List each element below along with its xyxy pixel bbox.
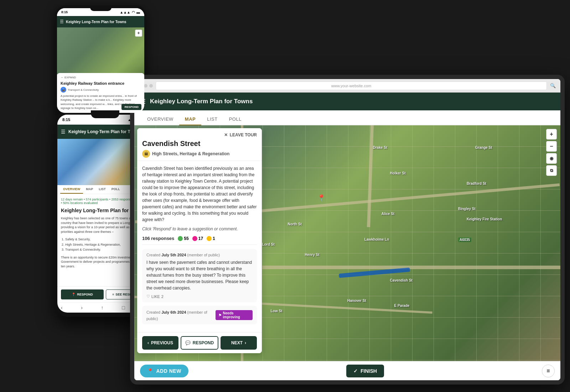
next-button[interactable]: NEXT › — [221, 336, 257, 350]
map-label-e-parade: E Parade — [394, 304, 410, 308]
phone-large-tab-map[interactable]: MAP — [83, 185, 96, 194]
road-horizontal-2 — [262, 266, 560, 269]
map-location-pin[interactable]: 📍 — [317, 194, 325, 202]
comment-2-date: July 6th 2024 — [161, 310, 186, 314]
badge-icon: ⚑ — [218, 313, 222, 317]
browser-dot-2 — [144, 84, 147, 88]
previous-button[interactable]: ‹ PREVIOUS — [142, 336, 178, 350]
url-text: www.your-website.com — [331, 84, 371, 88]
next-label: NEXT — [231, 340, 243, 345]
comment-1-meta-prefix: Created — [146, 253, 160, 257]
phone-small-title: Keighley Long-Term Plan for Towns — [66, 20, 126, 24]
phone-small-map[interactable]: + OVERVIEW MAP LIST POLL ↔ EXPAND Keighl… — [57, 27, 144, 113]
map-layers-button[interactable]: ⧉ — [546, 165, 557, 176]
map-label-drake-st: Drake St — [373, 146, 388, 150]
phone-small-time: 8:15 — [61, 10, 68, 14]
badge-text: Needs improving — [223, 311, 250, 319]
reaction-yellow-dot — [207, 236, 212, 241]
map-label-lord-st: Lord St — [262, 242, 275, 246]
comment-2-meta: Created July 6th 2024 (member of public) — [146, 309, 216, 322]
bottom-menu-button[interactable]: ≡ — [542, 365, 555, 377]
category-icon-small: 🚂 — [61, 87, 66, 93]
map-label-henry-st: Henry St — [305, 253, 319, 257]
add-new-button[interactable]: 📍 ADD NEW — [140, 365, 188, 377]
tab-overview[interactable]: OVERVIEW — [141, 114, 179, 125]
reaction-yellow-count: 1 — [213, 236, 215, 241]
map-label-bingley-st: Bingley St — [458, 207, 476, 211]
prev-arrow-icon: ‹ — [147, 340, 149, 345]
map-label-grange-st: Grange St — [475, 146, 492, 150]
road-vertical-2 — [367, 125, 374, 227]
comment-2-prefix: Created — [146, 310, 160, 314]
add-new-label: ADD NEW — [156, 368, 181, 374]
respond-button[interactable]: 💬 RESPOND — [181, 336, 218, 350]
phone-small-header: ☰ Keighley Long-Term Plan for Towns — [57, 16, 144, 27]
popup-header: ✕ LEAVE TOUR Cavendish Street 🏛 High Str… — [137, 128, 262, 161]
map-zoom-out-button[interactable]: − — [546, 141, 557, 152]
comment-1-meta: Created July 5th 2024 (member of public) — [146, 253, 253, 257]
comment-1-text: I have seen the pavement cafes and canno… — [146, 259, 253, 291]
phone-large-list-icon: ≡ — [112, 293, 114, 296]
tab-map[interactable]: MAP — [179, 114, 201, 125]
tab-poll[interactable]: POLL — [223, 114, 247, 125]
phone-large-tab-poll[interactable]: POLL — [109, 185, 123, 194]
popup-reaction-green: 55 — [178, 236, 188, 241]
needs-improving-badge: ⚑ Needs improving — [216, 310, 253, 320]
map-label-holker-st: Holker St — [390, 171, 406, 175]
phone-small-hamburger-icon[interactable]: ☰ — [60, 19, 64, 24]
comment-1-meta-suffix: (member of public) — [187, 253, 220, 257]
phone-small-detail-category: 🚂 Transport & Connectivity — [61, 87, 141, 93]
browser-url-bar[interactable]: www.your-website.com — [156, 82, 547, 90]
browser-search-icon[interactable]: 🔍 — [550, 83, 556, 89]
map-label-bradford-st: Bradford St — [467, 182, 486, 185]
map-label-cavendish-st: Cavendish St — [390, 278, 413, 282]
previous-label: PREVIOUS — [151, 340, 173, 345]
menu-lines-icon: ≡ — [546, 368, 550, 374]
tablet-device: www.your-website.com 🔍 ☰ Keighley Long-T… — [130, 75, 565, 385]
map-zoom-in-button[interactable]: + — [546, 129, 557, 140]
phone-small-expand[interactable]: ↔ EXPAND — [61, 76, 141, 79]
popup-category-icon: 🏛 — [142, 150, 150, 158]
popup-panel: ✕ LEAVE TOUR Cavendish Street 🏛 High Str… — [137, 128, 262, 353]
phone-small-screen: 8:15 ▲▲▲ ◠ ▬ ☰ Keighley Long-Term Plan f… — [57, 8, 144, 113]
bookmark-icon[interactable]: □ — [122, 305, 125, 310]
nav-tabs-bar: OVERVIEW MAP LIST POLL — [134, 110, 560, 125]
comment-1-like[interactable]: ♡ LIKE 2 — [146, 294, 253, 299]
phone-large-time: 8:15 — [62, 117, 70, 122]
comment-card-1: Created July 5th 2024 (member of public)… — [142, 249, 257, 302]
phone-large-respond-button[interactable]: 📍 RESPOND — [61, 289, 104, 299]
finish-button[interactable]: ✓ FINISH — [346, 365, 384, 377]
phone-large-hamburger-icon[interactable]: ☰ — [61, 129, 66, 135]
bottom-action-bar: 📍 ADD NEW ✓ FINISH ≡ — [134, 361, 560, 380]
respond-label: RESPOND — [193, 340, 214, 345]
tablet-screen: www.your-website.com 🔍 ☰ Keighley Long-T… — [134, 79, 560, 380]
forward-icon[interactable]: › — [81, 305, 83, 310]
map-label-low-st: Low St — [271, 309, 283, 313]
popup-reaction-yellow: 1 — [207, 236, 215, 241]
back-icon[interactable]: ‹ — [61, 305, 63, 310]
browser-bar: www.your-website.com 🔍 — [134, 79, 560, 93]
tab-list[interactable]: LIST — [201, 114, 223, 125]
phone-large-notch — [91, 110, 119, 118]
phone-small-zoom-in[interactable]: + — [135, 30, 142, 37]
share-icon[interactable]: ↑ — [101, 305, 103, 310]
phone-large-pin-icon: 📍 — [72, 293, 76, 296]
popup-reaction-pink: 17 — [192, 236, 203, 241]
map-location-button[interactable]: ◉ — [546, 153, 557, 164]
leave-tour-button[interactable]: ✕ LEAVE TOUR — [224, 132, 257, 137]
wifi-icon: ◠ — [132, 10, 135, 14]
phone-large-tab-list[interactable]: LIST — [96, 185, 109, 194]
battery-icon: ▬ — [136, 10, 140, 14]
cavendish-st-highlight — [339, 267, 410, 278]
comment-1-date: July 5th 2024 — [161, 253, 186, 257]
comment-1-like-count: 2 — [161, 294, 164, 299]
main-content-area: Drake St Grange St Holker St Bradford St… — [134, 125, 560, 380]
popup-close-row: ✕ LEAVE TOUR — [142, 132, 257, 137]
phone-large-tab-overview[interactable]: OVERVIEW — [60, 185, 83, 194]
comment-card-2: Created July 6th 2024 (member of public)… — [142, 306, 257, 324]
popup-body: Cavendish Street has been identified pre… — [137, 161, 262, 332]
popup-actions: ‹ PREVIOUS 💬 RESPOND NEXT › — [137, 332, 262, 353]
phone-small-respond-button[interactable]: RESPOND — [121, 104, 141, 110]
reaction-green-count: 55 — [184, 236, 188, 241]
phone-small-device: 8:15 ▲▲▲ ◠ ▬ ☰ Keighley Long-Term Plan f… — [55, 5, 146, 116]
